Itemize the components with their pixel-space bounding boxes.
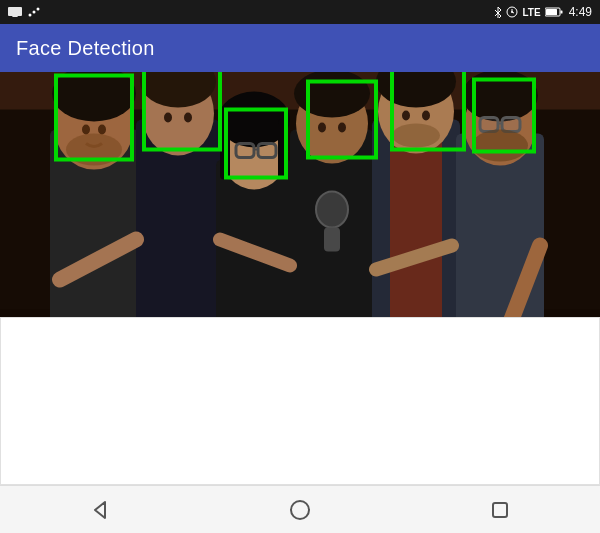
svg-point-4 [37,8,40,11]
app-bar-title: Face Detection [16,37,155,60]
scene-image [0,72,600,317]
svg-rect-0 [8,7,22,16]
svg-point-2 [29,14,32,17]
recent-button[interactable] [480,490,520,530]
status-bar: LTE 4:49 [0,0,600,24]
back-icon [89,499,111,521]
app-bar: Face Detection [0,24,600,72]
status-time: 4:49 [569,5,592,19]
camera-area [0,72,600,317]
battery-icon [545,7,563,17]
content-area [0,317,600,485]
home-icon [289,499,311,521]
back-button[interactable] [80,490,120,530]
svg-point-3 [33,11,36,14]
svg-point-121 [291,501,309,519]
bluetooth-icon [494,6,502,18]
svg-marker-120 [95,502,105,518]
alarm-icon [506,6,518,18]
main-content [0,72,600,485]
phone-screen: LTE 4:49 Face Detection [0,0,600,533]
svg-rect-10 [560,11,562,14]
lte-label: LTE [522,7,540,18]
svg-marker-1 [12,16,18,17]
recent-icon [489,499,511,521]
status-bar-left [8,7,40,17]
svg-rect-119 [0,72,600,317]
svg-rect-11 [546,9,557,15]
svg-rect-122 [493,503,507,517]
status-bar-right: LTE 4:49 [494,5,592,19]
navigation-bar [0,485,600,533]
home-button[interactable] [280,490,320,530]
messages-icon [8,7,24,17]
signal-icon [28,7,40,17]
